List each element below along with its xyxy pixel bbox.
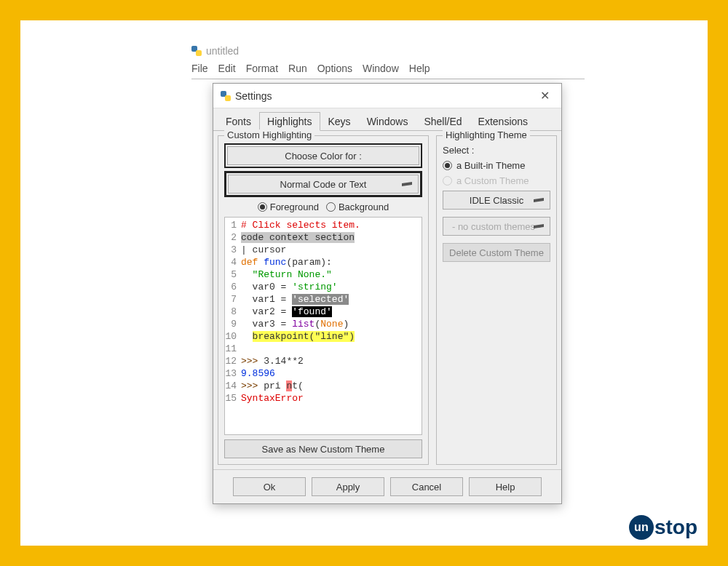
line-number: 4 xyxy=(225,256,241,268)
tab-shell-ed[interactable]: Shell/Ed xyxy=(416,112,470,131)
python-icon xyxy=(191,46,202,56)
custom-highlighting-group: Custom Highlighting Choose Color for : N… xyxy=(218,135,429,465)
sample-line[interactable]: 6 var0 = 'string' xyxy=(225,281,422,293)
dialog-titlebar[interactable]: Settings ✕ xyxy=(213,84,561,108)
element-select-frame: Normal Code or Text xyxy=(224,171,422,197)
custom-theme-combo: - no custom themes - xyxy=(443,217,550,236)
line-number: 15 xyxy=(225,392,241,404)
choose-color-button[interactable]: Choose Color for : xyxy=(227,146,419,165)
line-number: 9 xyxy=(225,318,241,330)
sample-line[interactable]: 10 breakpoint("line") xyxy=(225,330,422,343)
line-number: 7 xyxy=(225,293,241,306)
radio-icon xyxy=(443,176,452,186)
line-number: 13 xyxy=(225,367,241,380)
dropdown-icon xyxy=(534,198,544,202)
sample-line[interactable]: 9 var3 = list(None) xyxy=(225,318,422,330)
foreground-radio[interactable]: Foreground xyxy=(258,202,319,212)
idle-main-window: untitled FileEditFormatRunOptionsWindowH… xyxy=(191,42,585,79)
highlight-sample[interactable]: 1# Click selects item.2code context sect… xyxy=(224,217,422,435)
menu-item-format[interactable]: Format xyxy=(246,63,278,74)
sample-line[interactable]: 8 var2 = 'found' xyxy=(225,306,422,318)
line-number: 1 xyxy=(225,219,241,231)
menu-item-help[interactable]: Help xyxy=(409,63,430,74)
settings-dialog: Settings ✕ FontsHighlightsKeysWindowsShe… xyxy=(213,83,562,504)
builtin-theme-radio[interactable]: a Built-in Theme xyxy=(443,160,550,171)
tab-highlights[interactable]: Highlights xyxy=(259,112,320,131)
line-number: 11 xyxy=(225,343,241,355)
tab-fonts[interactable]: Fonts xyxy=(218,112,259,131)
dialog-footer: Ok Apply Cancel Help xyxy=(213,469,561,503)
radio-icon xyxy=(258,202,267,212)
tab-windows[interactable]: Windows xyxy=(359,112,416,131)
select-label: Select : xyxy=(443,145,550,156)
sample-line[interactable]: 15SyntaxError xyxy=(225,392,422,404)
background-radio[interactable]: Background xyxy=(326,202,389,212)
sample-line[interactable]: 5 "Return None." xyxy=(225,268,422,281)
menu-item-run[interactable]: Run xyxy=(288,63,307,74)
radio-icon xyxy=(326,202,336,212)
idle-title-text: untitled xyxy=(206,45,239,57)
apply-button[interactable]: Apply xyxy=(312,477,384,496)
highlighting-theme-group: Highlighting Theme Select : a Built-in T… xyxy=(436,135,557,465)
sample-line[interactable]: 11 xyxy=(225,343,422,355)
logo-text: stop xyxy=(654,516,697,539)
line-number: 3 xyxy=(225,244,241,256)
line-number: 6 xyxy=(225,281,241,293)
idle-titlebar: untitled xyxy=(191,42,585,60)
sample-line[interactable]: 7 var1 = 'selected' xyxy=(225,293,422,306)
sample-line[interactable]: 4def func(param): xyxy=(225,256,422,268)
sample-line[interactable]: 3| cursor xyxy=(225,244,422,256)
delete-custom-theme-button: Delete Custom Theme xyxy=(443,243,550,262)
ok-button[interactable]: Ok xyxy=(233,477,306,496)
line-number: 5 xyxy=(225,268,241,281)
menu-item-edit[interactable]: Edit xyxy=(218,63,236,74)
line-number: 14 xyxy=(225,380,241,392)
menu-item-window[interactable]: Window xyxy=(363,63,399,74)
menu-item-options[interactable]: Options xyxy=(317,63,352,74)
sample-line[interactable]: 139.8596 xyxy=(225,367,422,380)
sample-line[interactable]: 1# Click selects item. xyxy=(225,219,422,231)
radio-icon xyxy=(443,161,452,170)
dropdown-icon xyxy=(402,182,412,186)
sample-line[interactable]: 12>>> 3.14**2 xyxy=(225,355,422,367)
idle-menubar[interactable]: FileEditFormatRunOptionsWindowHelp xyxy=(191,60,585,79)
line-number: 10 xyxy=(225,330,241,343)
tab-extensions[interactable]: Extensions xyxy=(470,112,536,131)
python-icon xyxy=(221,91,231,101)
menu-item-file[interactable]: File xyxy=(191,63,208,74)
close-icon[interactable]: ✕ xyxy=(536,89,554,103)
save-custom-theme-button[interactable]: Save as New Custom Theme xyxy=(224,439,422,458)
help-button[interactable]: Help xyxy=(469,477,542,496)
cancel-button[interactable]: Cancel xyxy=(390,477,463,496)
line-number: 8 xyxy=(225,306,241,318)
dialog-title: Settings xyxy=(235,90,536,102)
line-number: 2 xyxy=(225,231,241,244)
line-number: 12 xyxy=(225,355,241,367)
unstop-logo: unstop xyxy=(629,515,697,540)
builtin-theme-combo[interactable]: IDLE Classic xyxy=(443,191,550,210)
custom-theme-radio[interactable]: a Custom Theme xyxy=(443,175,550,186)
dialog-tabs: FontsHighlightsKeysWindowsShell/EdExtens… xyxy=(213,108,561,131)
choose-color-frame: Choose Color for : xyxy=(224,143,422,168)
element-select-combo[interactable]: Normal Code or Text xyxy=(228,175,419,194)
sample-line[interactable]: 14>>> pri nt( xyxy=(225,380,422,392)
logo-bubble: un xyxy=(629,515,654,540)
custom-highlighting-legend: Custom Highlighting xyxy=(224,129,314,140)
sample-line[interactable]: 2code context section xyxy=(225,231,422,244)
highlighting-theme-legend: Highlighting Theme xyxy=(443,129,530,140)
tab-keys[interactable]: Keys xyxy=(320,112,359,131)
